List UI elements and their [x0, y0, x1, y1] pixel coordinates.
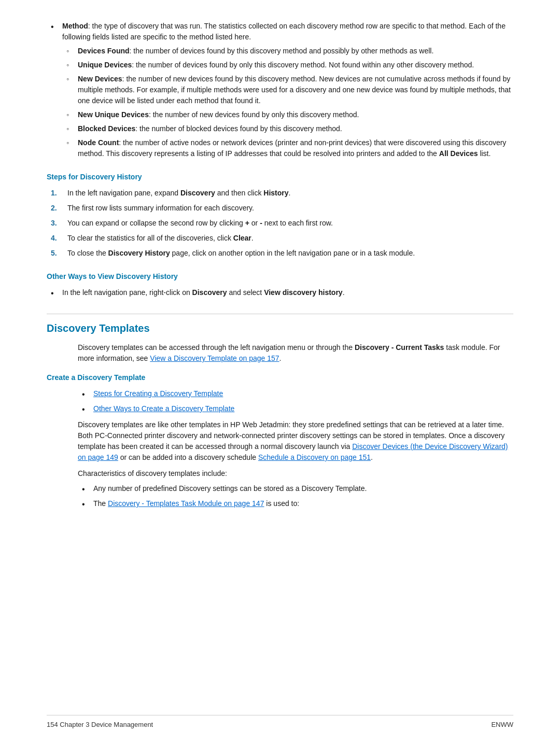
unique-devices-label: Unique Devices [78, 61, 132, 69]
other-ways-item: In the left navigation pane, right-click… [47, 287, 513, 298]
blocked-devices-label: Blocked Devices [78, 124, 135, 133]
step-4-num: 4. [51, 233, 57, 244]
step-4-text: To clear the statistics for all of the d… [67, 234, 254, 242]
step-1: 1. In the left navigation pane, expand D… [47, 188, 513, 199]
discovery-history-steps: 1. In the left navigation pane, expand D… [47, 188, 513, 259]
node-count-label: Node Count [78, 138, 119, 147]
steps-discovery-history-heading: Steps for Discovery History [47, 172, 513, 182]
step-5-num: 5. [51, 248, 57, 259]
devices-found-item: Devices Found: the number of devices fou… [62, 46, 513, 57]
new-unique-devices-item: New Unique Devices: the number of new de… [62, 109, 513, 120]
node-count-text-end: list. [478, 149, 491, 158]
char-item-1-text: Any number of predefined Discovery setti… [93, 484, 367, 493]
page-footer: 154 Chapter 3 Device Management ENWW [47, 715, 513, 730]
step-5: 5. To close the Discovery History page, … [47, 248, 513, 259]
char-item-2: The Discovery - Templates Task Module on… [78, 498, 513, 509]
step-1-text: In the left navigation pane, expand Disc… [67, 189, 290, 197]
discovery-templates-task-module-link[interactable]: Discovery - Templates Task Module on pag… [108, 499, 264, 508]
method-item: Method: the type of discovery that was r… [47, 21, 513, 159]
create-template-links-list: Steps for Creating a Discovery Template … [47, 388, 513, 414]
create-template-description: Discovery templates are like other templ… [47, 419, 513, 463]
other-ways-text: In the left navigation pane, right-click… [62, 288, 345, 297]
blocked-devices-item: Blocked Devices: the number of blocked d… [62, 123, 513, 134]
new-devices-label: New Devices [78, 75, 122, 83]
step-1-num: 1. [51, 188, 57, 199]
create-discovery-template-heading: Create a Discovery Template [47, 372, 513, 383]
view-discovery-template-link[interactable]: View a Discovery Template on page 157 [150, 354, 279, 362]
all-devices-label: All Devices [439, 149, 478, 158]
other-ways-heading: Other Ways to View Discovery History [47, 271, 513, 282]
sub-list: Devices Found: the number of devices fou… [62, 46, 513, 159]
schedule-discovery-link[interactable]: Schedule a Discovery on page 151 [258, 453, 371, 461]
new-devices-text: : the number of new devices found by thi… [78, 75, 511, 105]
other-ways-create-link[interactable]: Other Ways to Create a Discovery Templat… [93, 404, 234, 413]
method-text: : the type of discovery that was run. Th… [62, 22, 506, 41]
devices-found-text: : the number of devices found by this di… [130, 47, 434, 55]
step-3: 3. You can expand or collapse the second… [47, 218, 513, 229]
blocked-devices-text: : the number of blocked devices found by… [135, 124, 342, 133]
devices-found-label: Devices Found [78, 47, 130, 55]
step-2-num: 2. [51, 203, 57, 214]
step-2-text: The first row lists summary information … [67, 204, 254, 212]
other-ways-list: In the left navigation pane, right-click… [47, 287, 513, 298]
step-3-text: You can expand or collapse the second ro… [67, 219, 333, 227]
steps-creating-link[interactable]: Steps for Creating a Discovery Template [93, 389, 223, 398]
new-devices-item: New Devices: the number of new devices f… [62, 74, 513, 106]
unique-devices-text: : the number of devices found by only th… [132, 61, 474, 69]
steps-link-item: Steps for Creating a Discovery Template [78, 388, 513, 399]
content-area: Method: the type of discovery that was r… [47, 21, 513, 509]
step-3-num: 3. [51, 218, 57, 229]
other-ways-link-item: Other Ways to Create a Discovery Templat… [78, 403, 513, 414]
discovery-templates-intro: Discovery templates can be accessed thro… [47, 342, 513, 364]
step-4: 4. To clear the statistics for all of th… [47, 233, 513, 244]
page: Method: the type of discovery that was r… [0, 0, 560, 745]
method-label: Method [62, 22, 88, 30]
char-item-1: Any number of predefined Discovery setti… [78, 483, 513, 494]
step-5-text: To close the Discovery History page, cli… [67, 249, 415, 257]
method-list: Method: the type of discovery that was r… [47, 21, 513, 159]
new-unique-devices-label: New Unique Devices [78, 110, 149, 119]
characteristics-heading: Characteristics of discovery templates i… [47, 468, 513, 479]
discovery-templates-heading: Discovery Templates [47, 314, 513, 336]
footer-right: ENWW [491, 720, 513, 730]
unique-devices-item: Unique Devices: the number of devices fo… [62, 60, 513, 71]
footer-left: 154 Chapter 3 Device Management [47, 720, 153, 730]
char-item-2-text: The Discovery - Templates Task Module on… [93, 499, 299, 508]
step-2: 2. The first row lists summary informati… [47, 203, 513, 214]
new-unique-devices-text: : the number of new devices found by onl… [149, 110, 359, 119]
node-count-item: Node Count: the number of active nodes o… [62, 137, 513, 159]
characteristics-list: Any number of predefined Discovery setti… [47, 483, 513, 509]
